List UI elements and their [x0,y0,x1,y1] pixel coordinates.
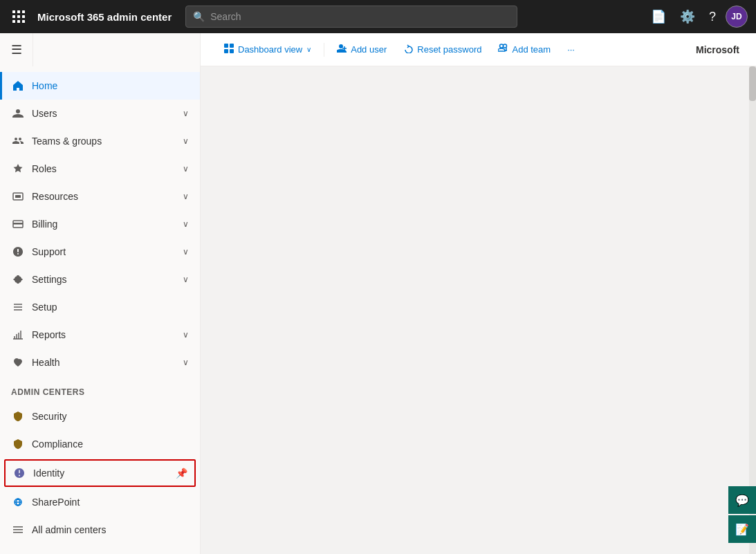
sidebar-label-teams-groups: Teams & groups [32,136,176,147]
sidebar-item-health[interactable]: Health ∨ [0,349,200,376]
svg-rect-10 [224,49,228,53]
billing-icon [11,219,25,230]
sidebar-label-home: Home [32,80,189,91]
dashboard-view-chevron: ∨ [306,46,311,53]
sidebar-item-sharepoint[interactable]: SharePoint [0,488,200,516]
main-scrollbar-thumb [749,66,756,101]
sidebar-item-roles[interactable]: Roles ∨ [0,155,200,183]
topbar-help-icon[interactable]: ? [705,6,720,28]
add-user-button[interactable]: Add user [330,39,394,59]
chat-button[interactable]: 💬 [728,486,756,514]
users-icon [11,108,25,119]
teams-groups-chevron: ∨ [183,136,189,146]
dashboard-view-label: Dashboard view [238,44,302,55]
avatar-initials: JD [731,12,741,21]
add-team-icon [498,44,508,55]
reset-password-icon [403,44,413,55]
user-avatar[interactable]: JD [726,6,748,28]
sidebar-item-compliance[interactable]: Compliance [0,430,200,458]
roles-chevron: ∨ [183,164,189,174]
sidebar-label-identity: Identity [33,468,169,479]
search-input[interactable] [210,11,510,22]
add-user-label: Add user [351,44,387,55]
svg-rect-5 [13,526,23,528]
sidebar-label-security: Security [32,411,189,422]
sidebar-item-security[interactable]: Security [0,403,200,430]
identity-icon [12,468,26,479]
health-chevron: ∨ [183,358,189,367]
sidebar-label-reports: Reports [32,329,176,340]
sharepoint-icon [11,497,25,508]
setup-icon [11,302,25,313]
admin-centers-heading: Admin centers [0,376,200,403]
home-icon [11,80,25,91]
resources-icon [11,191,25,202]
sidebar-item-identity[interactable]: Identity 📌 [4,459,196,487]
toolbar-brand: Microsoft [696,44,739,55]
dashboard-view-button[interactable]: Dashboard view ∨ [217,39,318,59]
svg-rect-8 [224,44,228,48]
sidebar-label-billing: Billing [32,219,176,230]
svg-rect-6 [13,529,23,530]
toolbar-divider-1 [324,43,324,57]
health-icon [11,357,25,368]
svg-rect-3 [13,223,23,225]
sidebar-label-setup: Setup [32,302,189,313]
sidebar-label-resources: Resources [32,191,176,202]
main-content: Dashboard view ∨ Add user Reset password [201,33,756,554]
more-label: ··· [567,44,575,55]
settings-chevron: ∨ [183,275,189,284]
sidebar-item-all-admin-centers[interactable]: All admin centers [0,516,200,544]
layout: ☰ Home Users ∨ Te [0,33,756,554]
content-area [201,66,756,554]
sidebar-label-support: Support [32,246,176,257]
main-scrollbar[interactable] [749,66,756,554]
add-team-button[interactable]: Add team [491,39,557,59]
reports-chevron: ∨ [183,330,189,340]
sidebar-item-resources[interactable]: Resources ∨ [0,183,200,210]
search-icon: 🔍 [193,11,205,22]
support-chevron: ∨ [183,247,189,257]
sidebar-item-home[interactable]: Home [0,72,200,100]
sidebar-item-settings[interactable]: Settings ∨ [0,266,200,293]
waffle-icon [12,10,25,23]
teams-groups-icon [11,136,25,147]
sidebar-label-all-admin-centers: All admin centers [32,524,189,535]
topbar-settings-icon[interactable]: ⚙️ [676,5,699,28]
sidebar-label-users: Users [32,108,176,119]
sidebar-item-billing[interactable]: Billing ∨ [0,210,200,238]
feedback-icon: 📝 [735,523,749,536]
svg-rect-7 [13,532,23,533]
sidebar-item-setup[interactable]: Setup [0,293,200,321]
compliance-icon [11,438,25,450]
sidebar-item-reports[interactable]: Reports ∨ [0,321,200,349]
sidebar-item-users[interactable]: Users ∨ [0,100,200,127]
sidebar-label-roles: Roles [32,163,176,174]
sidebar-toggle[interactable]: ☰ [0,33,33,66]
roles-icon [11,163,25,174]
security-icon [11,411,25,422]
sidebar-item-support[interactable]: Support ∨ [0,238,200,266]
search-box[interactable]: 🔍 [185,6,517,28]
toolbar: Dashboard view ∨ Add user Reset password [201,33,756,66]
sidebar-label-compliance: Compliance [32,438,189,450]
sidebar-label-health: Health [32,357,176,368]
app-title: Microsoft 365 admin center [37,11,172,23]
svg-rect-11 [230,49,234,53]
topbar-doc-icon[interactable]: 📄 [647,5,670,28]
waffle-menu[interactable] [8,6,29,27]
dashboard-view-icon [224,44,234,55]
feedback-button[interactable]: 📝 [728,515,756,543]
settings-icon [11,274,25,285]
support-icon [11,246,25,257]
reset-password-button[interactable]: Reset password [396,39,488,59]
more-button[interactable]: ··· [560,40,582,59]
pin-icon: 📌 [176,468,187,479]
sidebar: ☰ Home Users ∨ Te [0,33,201,554]
sidebar-label-settings: Settings [32,274,176,285]
sidebar-nav: Home Users ∨ Teams & groups ∨ [0,66,200,554]
sidebar-item-teams-groups[interactable]: Teams & groups ∨ [0,127,200,155]
svg-rect-1 [15,195,21,198]
all-admin-centers-icon [11,524,25,535]
topbar: Microsoft 365 admin center 🔍 📄 ⚙️ ? JD [0,0,756,33]
